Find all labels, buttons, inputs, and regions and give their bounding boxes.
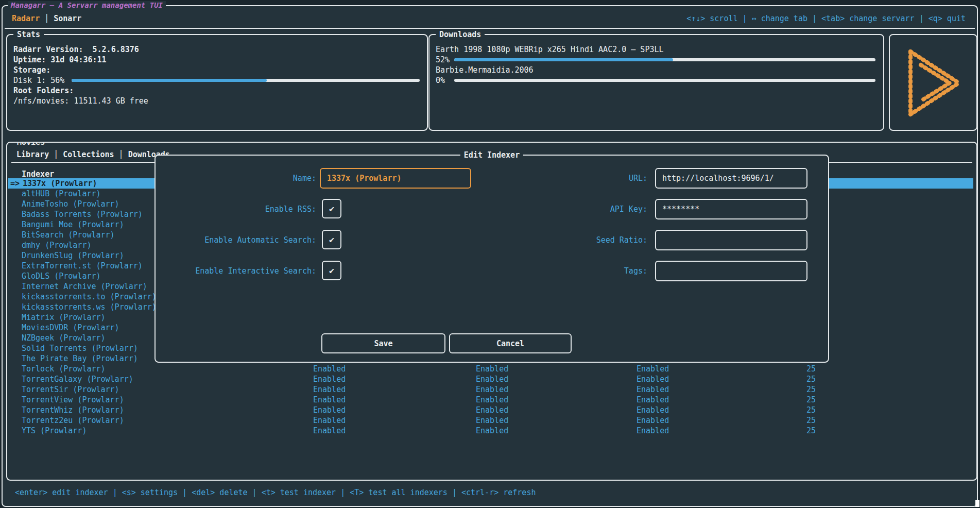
enable-automatic-search-label: Enable Automatic Search:: [167, 230, 316, 250]
root-folders-label: Root Folders:: [13, 86, 74, 96]
api-key-input-value: ********: [662, 205, 699, 214]
priority-value: 25: [697, 426, 816, 436]
enable-interactive-search-label: Enable Interactive Search:: [167, 261, 316, 281]
modal-title: Edit Indexer: [460, 150, 523, 160]
enable-interactive-search-checkbox[interactable]: ✔: [322, 261, 341, 280]
terminal-cursor: [975, 500, 979, 507]
download-bar-fill: [454, 58, 673, 61]
name-label: Name:: [167, 168, 316, 189]
indexer-name: Badass Torrents (Prowlarr): [22, 209, 143, 219]
url-input-value: http://localhost:9696/1/: [662, 174, 774, 183]
api-key-input[interactable]: ********: [655, 199, 807, 219]
table-row[interactable]: TorrentView (Prowlarr)EnabledEnabledEnab…: [7, 395, 973, 405]
url-label: URL:: [498, 168, 647, 189]
disk-bar-fill: [72, 79, 267, 82]
priority-value: 25: [697, 384, 816, 395]
tags-input[interactable]: [655, 261, 807, 281]
rss-value: Enabled: [313, 374, 346, 384]
enable-automatic-search-checkbox[interactable]: ✔: [322, 230, 341, 249]
indexer-name: Solid Torrents (Prowlarr): [22, 343, 138, 353]
app-title: Managarr – A Servarr management TUI: [8, 1, 166, 9]
indexer-name: dmhy (Prowlarr): [22, 240, 91, 250]
automatic-search-value: Enabled: [476, 384, 508, 395]
tab-separator: │: [44, 14, 49, 23]
automatic-search-value: Enabled: [476, 395, 508, 405]
download-progress-bar: [454, 58, 875, 61]
indexer-name: ExtraTorrent.st (Prowlarr): [22, 261, 143, 271]
api-key-label: API Key:: [498, 199, 647, 219]
download-item-title: Barbie.Mermaidia.2006: [436, 65, 534, 75]
interactive-search-value: Enabled: [637, 374, 669, 384]
enable-rss-label: Enable RSS:: [167, 199, 316, 219]
table-row[interactable]: YTS (Prowlarr)EnabledEnabledEnabled25: [7, 426, 973, 436]
table-row[interactable]: Torlock (Prowlarr)EnabledEnabledEnabled2…: [7, 364, 973, 374]
interactive-search-value: Enabled: [637, 364, 669, 374]
root-folder-free: /nfs/movies: 11511.43 GB free: [13, 96, 148, 106]
name-input-value: 1337x (Prowlarr): [327, 174, 402, 183]
indexer-name: GloDLS (Prowlarr): [22, 271, 101, 281]
indexer-name: kickasstorrents.ws (Prowlarr): [22, 302, 157, 312]
tab-radarr[interactable]: Radarr: [12, 14, 40, 23]
app-window: Managarr – A Servarr management TUI Rada…: [2, 5, 978, 507]
stats-panel-title: Stats: [13, 29, 44, 40]
priority-value: 25: [697, 405, 816, 415]
header-divider: [5, 28, 975, 29]
download-item-percent: 0%: [436, 75, 445, 86]
indexer-name: NZBgeek (Prowlarr): [22, 333, 106, 343]
downloads-panel-title: Downloads: [436, 29, 485, 40]
table-row[interactable]: Torrentz2eu (Prowlarr)EnabledEnabledEnab…: [7, 415, 973, 426]
rss-value: Enabled: [313, 415, 346, 426]
selected-row-marker: =>: [10, 178, 20, 189]
cancel-button[interactable]: Cancel: [449, 333, 572, 353]
tags-label: Tags:: [498, 261, 647, 281]
indexer-name: Torrentz2eu (Prowlarr): [22, 415, 124, 426]
rss-value: Enabled: [313, 395, 346, 405]
indexer-name: 1337x (Prowlarr): [23, 178, 97, 189]
indexer-name: The Pirate Bay (Prowlarr): [22, 353, 138, 364]
indexer-name: Bangumi Moe (Prowlarr): [22, 219, 124, 230]
download-item-title: Earth 1998 1080p WEBRip x265 Hindi AAC2.…: [436, 44, 664, 55]
table-row[interactable]: TorrentWhiz (Prowlarr)EnabledEnabledEnab…: [7, 405, 973, 415]
checkmark-icon: ✔: [329, 204, 334, 214]
radarr-version: Radarr Version: 5.2.6.8376: [13, 44, 139, 55]
play-logo-icon: [900, 44, 967, 122]
table-row[interactable]: TorrentSir (Prowlarr)EnabledEnabledEnabl…: [7, 384, 973, 395]
rss-value: Enabled: [313, 364, 346, 374]
download-item-percent: 52%: [436, 55, 450, 65]
logo-panel: [889, 34, 977, 131]
seed-ratio-input[interactable]: [655, 230, 807, 250]
uptime: Uptime: 31d 04:36:11: [13, 55, 107, 65]
enable-rss-checkbox[interactable]: ✔: [322, 199, 341, 218]
top-keybind-hints: <↑↓> scroll | ↔ change tab | <tab> chang…: [686, 13, 966, 24]
checkmark-icon: ✔: [329, 234, 334, 245]
priority-value: 25: [697, 364, 816, 374]
indexer-name: altHUB (Prowlarr): [22, 189, 101, 199]
indexer-name: TorrentView (Prowlarr): [22, 395, 124, 405]
indexer-name: kickasstorrents.to (Prowlarr): [22, 292, 157, 302]
disk-usage-bar: [72, 79, 420, 82]
disk-usage-label: Disk 1: 56%: [13, 75, 64, 86]
downloads-panel: Downloads Earth 1998 1080p WEBRip x265 H…: [428, 34, 884, 131]
interactive-search-value: Enabled: [637, 415, 669, 426]
rss-value: Enabled: [313, 426, 346, 436]
url-input[interactable]: http://localhost:9696/1/: [655, 168, 807, 189]
edit-indexer-modal: Edit Indexer Name: 1337x (Prowlarr) URL:…: [154, 155, 829, 363]
automatic-search-value: Enabled: [476, 374, 508, 384]
indexer-name: DrunkenSlug (Prowlarr): [22, 250, 124, 261]
automatic-search-value: Enabled: [476, 426, 508, 436]
rss-value: Enabled: [313, 405, 346, 415]
indexer-name: AnimeTosho (Prowlarr): [22, 199, 119, 209]
interactive-search-value: Enabled: [637, 384, 669, 395]
name-input[interactable]: 1337x (Prowlarr): [320, 168, 471, 189]
table-row[interactable]: TorrentGalaxy (Prowlarr)EnabledEnabledEn…: [7, 374, 973, 384]
rss-value: Enabled: [313, 384, 346, 395]
priority-value: 25: [697, 395, 816, 405]
indexer-name: Internet Archive (Prowlarr): [22, 281, 147, 292]
checkmark-icon: ✔: [329, 265, 334, 276]
indexer-name: Miatrix (Prowlarr): [22, 312, 106, 323]
indexer-name: MoviesDVDR (Prowlarr): [22, 323, 119, 333]
indexer-name: Torlock (Prowlarr): [22, 364, 106, 374]
tab-sonarr[interactable]: Sonarr: [54, 14, 81, 23]
save-button[interactable]: Save: [321, 333, 445, 353]
indexer-name: YTS (Prowlarr): [22, 426, 87, 436]
